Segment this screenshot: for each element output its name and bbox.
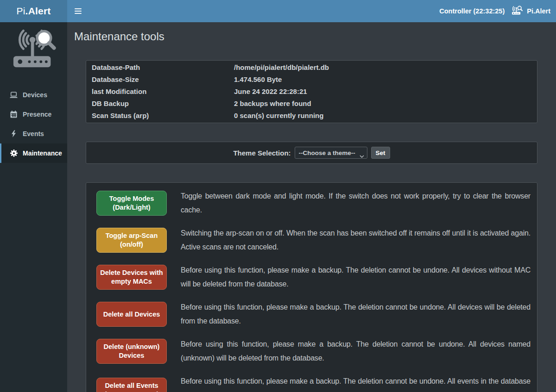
brand-text-bold: .Alert <box>25 6 51 17</box>
theme-selection-panel: Theme Selection: --Choose a theme-- Set <box>86 142 537 164</box>
info-label: last Modification <box>92 87 234 96</box>
sidebar-menu: Devices Presence <box>0 85 67 163</box>
sidebar-item-events[interactable]: Events <box>0 124 67 143</box>
info-value: /home/pi/pialert/db/pialert.db <box>234 63 329 72</box>
action-row-delete-all-devices: Delete all Devices Before using this fun… <box>93 300 531 328</box>
delete-unknown-devices-button[interactable]: Delete (unknown) Devices <box>96 339 167 364</box>
toggle-modes-button[interactable]: Toggle Modes (Dark/Light) <box>96 191 167 216</box>
action-row-delete-empty-macs: Delete Devices with empty MACs Before us… <box>93 263 531 291</box>
table-row: DB Backup 2 backups where found <box>86 98 537 110</box>
page-title: Maintenance tools <box>74 30 549 44</box>
info-value: 0 scan(s) currently running <box>234 112 323 120</box>
top-navbar: Pi.Alert Controller (22:32:25) <box>0 0 556 22</box>
info-value: 2 backups where found <box>234 100 311 108</box>
info-label: Database-Path <box>92 63 234 72</box>
action-row-delete-unknown-devices: Delete (unknown) Devices Before using th… <box>93 337 531 365</box>
bolt-icon <box>10 130 18 137</box>
table-row: last Modification June 24 2022 22:28:21 <box>86 86 537 98</box>
delete-all-events-button[interactable]: Delete all Events (Reset Presence) <box>96 378 167 392</box>
action-description: Before using this function, please make … <box>181 337 531 365</box>
sidebar-item-label: Presence <box>23 111 51 118</box>
table-row: Database-Size 1.474.560 Byte <box>86 74 537 86</box>
theme-select[interactable]: --Choose a theme-- <box>295 147 367 159</box>
action-description: Before using this function, please make … <box>181 263 531 291</box>
action-description: Before using this function, please make … <box>181 374 531 392</box>
action-description: Switching the arp-scan on or off. When t… <box>181 226 531 254</box>
router-scan-icon <box>512 6 523 17</box>
toggle-arpscan-button[interactable]: Toggle arp-Scan (on/off) <box>96 228 167 253</box>
account-menu[interactable]: Pi.Alert <box>512 6 550 17</box>
maintenance-actions-panel: Toggle Modes (Dark/Light) Toggle between… <box>86 182 537 392</box>
sidebar-item-label: Devices <box>23 91 47 99</box>
gear-icon <box>10 149 18 157</box>
theme-selection-label: Theme Selection: <box>233 149 291 157</box>
database-info-panel: Database-Path /home/pi/pialert/db/pialer… <box>86 60 537 123</box>
sidebar-item-devices[interactable]: Devices <box>0 85 67 105</box>
action-row-toggle-modes: Toggle Modes (Dark/Light) Toggle between… <box>93 189 531 217</box>
info-value: June 24 2022 22:28:21 <box>234 87 307 96</box>
action-description: Toggle between dark mode and light mode.… <box>181 189 531 217</box>
laptop-icon <box>10 92 18 99</box>
account-label: Pi.Alert <box>527 7 550 15</box>
controller-status[interactable]: Controller (22:32:25) <box>439 7 505 15</box>
info-value: 1.474.560 Byte <box>234 75 282 84</box>
sidebar-item-label: Events <box>23 130 44 137</box>
brand-text-regular: Pi <box>17 6 25 17</box>
action-description: Before using this function, please make … <box>181 300 531 328</box>
sidebar-item-label: Maintenance <box>23 149 62 157</box>
info-label: DB Backup <box>92 100 234 108</box>
sidebar-item-presence[interactable]: Presence <box>0 105 67 124</box>
action-row-toggle-arpscan: Toggle arp-Scan (on/off) Switching the a… <box>93 226 531 254</box>
delete-all-devices-button[interactable]: Delete all Devices <box>96 302 167 327</box>
sidebar-item-maintenance[interactable]: Maintenance <box>0 143 67 163</box>
table-row: Database-Path /home/pi/pialert/db/pialer… <box>86 62 537 74</box>
info-label: Database-Size <box>92 75 234 84</box>
main-content: Maintenance tools Database-Path /home/pi… <box>67 22 556 392</box>
calendar-icon <box>10 111 18 118</box>
action-row-delete-all-events: Delete all Events (Reset Presence) Befor… <box>93 374 531 392</box>
pialert-router-logo <box>0 22 67 75</box>
brand-logo[interactable]: Pi.Alert <box>0 0 67 22</box>
theme-set-button[interactable]: Set <box>371 147 390 159</box>
info-label: Scan Status (arp) <box>92 112 234 120</box>
table-row: Scan Status (arp) 0 scan(s) currently ru… <box>86 110 537 122</box>
delete-empty-macs-button[interactable]: Delete Devices with empty MACs <box>96 265 167 290</box>
sidebar: Devices Presence <box>0 22 67 392</box>
hamburger-menu-icon[interactable] <box>75 7 82 15</box>
